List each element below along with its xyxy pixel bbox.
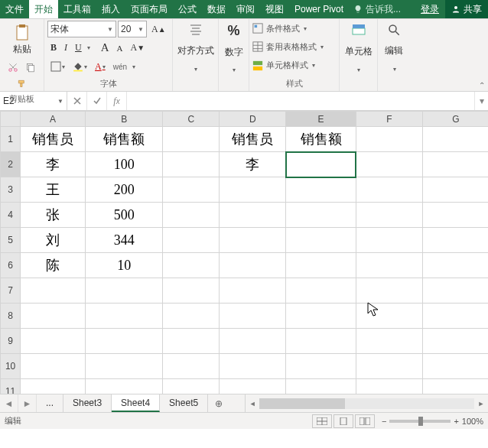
row-header-6[interactable]: 6 xyxy=(1,253,21,278)
row-header-11[interactable]: 11 xyxy=(1,379,21,394)
phonetic-button[interactable]: wén xyxy=(110,60,130,73)
row-header-7[interactable]: 7 xyxy=(1,278,21,304)
sheet-nav-prev[interactable]: ◄ xyxy=(0,394,18,412)
cell-C7[interactable] xyxy=(163,278,220,304)
borders-button[interactable]: ▾ xyxy=(47,59,68,74)
cell-F5[interactable] xyxy=(356,228,422,253)
decrease-font-button[interactable]: A▼ xyxy=(127,40,148,56)
normal-view-button[interactable] xyxy=(312,414,332,428)
tab-formulas[interactable]: 公式 xyxy=(173,0,202,18)
cell-E4[interactable] xyxy=(286,203,356,228)
cell-D8[interactable] xyxy=(220,304,286,329)
cell-E5[interactable] xyxy=(286,228,356,253)
insert-function-button[interactable]: fx xyxy=(107,92,127,110)
cell-A4[interactable]: 张 xyxy=(21,203,86,228)
number-caption[interactable]: 数字 xyxy=(222,46,246,59)
chevron-down-icon[interactable]: ▾ xyxy=(357,67,360,73)
fill-color-button[interactable]: ▾ xyxy=(70,59,90,74)
column-header-E[interactable]: E xyxy=(286,112,356,127)
share-button[interactable]: 共享 xyxy=(445,0,488,18)
cell-D11[interactable] xyxy=(220,379,286,394)
cell-F3[interactable] xyxy=(356,177,422,203)
cell-A9[interactable] xyxy=(21,329,86,354)
zoom-out-button[interactable]: − xyxy=(382,417,386,426)
cell-B6[interactable]: 10 xyxy=(86,253,163,278)
column-header-D[interactable]: D xyxy=(220,112,286,127)
collapse-ribbon-button[interactable]: ⌃ xyxy=(479,81,485,89)
cell-B4[interactable]: 500 xyxy=(86,203,163,228)
cell-B7[interactable] xyxy=(86,278,163,304)
column-header-B[interactable]: B xyxy=(86,112,163,127)
cell-E2[interactable] xyxy=(286,152,356,177)
font-size-select[interactable]: 20▼ xyxy=(118,21,147,37)
column-header-C[interactable]: C xyxy=(163,112,220,127)
tab-home[interactable]: 开始 xyxy=(29,0,58,18)
scroll-track[interactable] xyxy=(259,398,474,409)
column-header-F[interactable]: F xyxy=(356,112,422,127)
sheet-nav-next[interactable]: ► xyxy=(18,394,37,412)
row-header-4[interactable]: 4 xyxy=(1,203,21,228)
tab-toolbox[interactable]: 工具箱 xyxy=(58,0,96,18)
row-header-9[interactable]: 9 xyxy=(1,329,21,354)
cell-F11[interactable] xyxy=(356,379,422,394)
column-header-A[interactable]: A xyxy=(21,112,86,127)
cell-G10[interactable] xyxy=(422,354,488,379)
cell-G9[interactable] xyxy=(422,329,488,354)
format-as-table-button[interactable]: 套用表格格式▾ xyxy=(252,39,336,54)
row-header-2[interactable]: 2 xyxy=(1,152,21,177)
expand-formula-bar-button[interactable]: ▾ xyxy=(474,92,488,110)
cell-E1[interactable]: 销售额 xyxy=(286,127,356,152)
cell-B10[interactable] xyxy=(86,354,163,379)
zoom-in-button[interactable]: + xyxy=(454,417,458,426)
column-header-G[interactable]: G xyxy=(422,112,488,127)
cell-A11[interactable] xyxy=(21,379,86,394)
scroll-right-button[interactable]: ► xyxy=(476,398,486,409)
row-header-3[interactable]: 3 xyxy=(1,177,21,203)
cell-F9[interactable] xyxy=(356,329,422,354)
row-header-5[interactable]: 5 xyxy=(1,228,21,253)
zoom-slider[interactable] xyxy=(389,420,451,423)
cell-E6[interactable] xyxy=(286,253,356,278)
cell-A2[interactable]: 李 xyxy=(21,152,86,177)
editing-caption[interactable]: 编辑 xyxy=(381,44,407,57)
cell-styles-button[interactable]: 单元格样式▾ xyxy=(252,58,336,73)
conditional-formatting-button[interactable]: 条件格式▾ xyxy=(252,21,336,36)
chevron-down-icon[interactable]: ▾ xyxy=(393,66,396,73)
format-painter-button[interactable] xyxy=(14,76,31,92)
zoom-knob[interactable] xyxy=(418,417,423,426)
cell-E7[interactable] xyxy=(286,278,356,304)
scroll-left-button[interactable]: ◄ xyxy=(247,398,258,409)
cell-D5[interactable] xyxy=(220,228,286,253)
cell-B1[interactable]: 销售额 xyxy=(86,127,163,152)
italic-button[interactable]: I xyxy=(61,40,70,56)
cell-B8[interactable] xyxy=(86,304,163,329)
cell-E8[interactable] xyxy=(286,304,356,329)
cell-E10[interactable] xyxy=(286,354,356,379)
tab-data[interactable]: 数据 xyxy=(202,0,231,18)
add-sheet-button[interactable]: ⊕ xyxy=(208,394,229,412)
cell-G11[interactable] xyxy=(422,379,488,394)
cell-G8[interactable] xyxy=(422,304,488,329)
cell-C8[interactable] xyxy=(163,304,220,329)
cell-C1[interactable] xyxy=(163,127,220,152)
cell-C2[interactable] xyxy=(163,152,220,177)
tab-file[interactable]: 文件 xyxy=(0,0,29,18)
cell-F2[interactable] xyxy=(356,152,422,177)
align-center-button[interactable] xyxy=(186,21,206,39)
cell-B3[interactable]: 200 xyxy=(86,177,163,203)
cells-format-button[interactable] xyxy=(348,21,369,41)
cell-C5[interactable] xyxy=(163,228,220,253)
chevron-down-icon[interactable]: ▾ xyxy=(194,66,197,73)
cell-C9[interactable] xyxy=(163,329,220,354)
scroll-thumb[interactable] xyxy=(259,398,345,409)
cell-B9[interactable] xyxy=(86,329,163,354)
cell-E9[interactable] xyxy=(286,329,356,354)
cell-F7[interactable] xyxy=(356,278,422,304)
sheet-tab-sheet4[interactable]: Sheet4 xyxy=(112,394,160,412)
cell-G1[interactable] xyxy=(422,127,488,152)
cell-E3[interactable] xyxy=(286,177,356,203)
cell-C4[interactable] xyxy=(163,203,220,228)
cell-A10[interactable] xyxy=(21,354,86,379)
cell-C11[interactable] xyxy=(163,379,220,394)
select-all-corner[interactable] xyxy=(1,112,21,127)
